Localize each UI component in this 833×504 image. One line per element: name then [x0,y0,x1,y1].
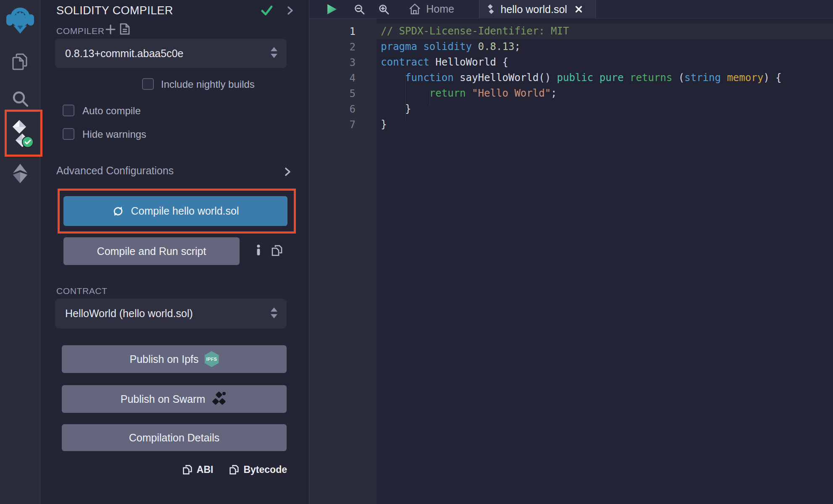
code-text: } [377,101,833,117]
compilation-details-label: Compilation Details [129,432,219,444]
compile-and-run-button[interactable]: Compile and Run script [63,237,240,265]
panel-title: SOLIDITY COMPILER [56,4,173,17]
compiler-config-file-icon[interactable] [119,23,130,37]
hide-warnings-checkbox[interactable] [63,128,74,140]
remix-logo-icon[interactable] [5,4,35,36]
copy-icon [182,464,192,475]
code-text: pragma solidity 0.8.13; [377,39,833,55]
run-script-play-icon[interactable] [325,3,338,17]
advanced-configurations-chevron-icon[interactable] [282,166,293,179]
compiler-section-label: COMPILER [56,26,105,36]
code-text: // SPDX-License-Identifier: MIT [377,24,833,39]
zoom-in-icon[interactable] [378,4,390,17]
contract-section-label: CONTRACT [56,286,107,296]
line-number: 7 [309,119,377,131]
deploy-run-icon[interactable] [11,163,30,184]
add-compiler-icon[interactable] [105,24,116,37]
compile-success-check-icon [261,4,273,18]
code-line-5[interactable]: 5 return "Hello World"; [309,86,833,101]
line-number: 4 [309,72,377,84]
tab-home[interactable]: Home [405,0,458,18]
advanced-configurations-label[interactable]: Advanced Configurations [56,165,174,177]
solidity-compiler-icon[interactable] [8,119,34,149]
code-text: return "Hello World"; [377,86,833,101]
solidity-compiler-panel: SOLIDITY COMPILER COMPILER [40,0,309,504]
select-arrows-icon [270,307,287,321]
copy-bytecode-button[interactable]: Bytecode [229,464,287,475]
contract-select[interactable]: HelloWorld (hello world.sol) [55,299,287,328]
search-icon[interactable] [11,89,30,108]
line-number: 1 [309,26,377,37]
line-number: 3 [309,57,377,68]
auto-compile-label: Auto compile [82,105,141,117]
abi-bytecode-row: ABI Bytecode [182,464,287,475]
solidity-file-icon [486,4,496,15]
line-number: 5 [309,88,377,100]
code-area[interactable]: 1// SPDX-License-Identifier: MIT2pragma … [309,18,833,504]
code-text: contract HelloWorld { [377,55,833,70]
home-icon [409,3,421,16]
close-tab-icon[interactable] [575,5,583,13]
abi-label: ABI [197,464,214,475]
editor-tab-bar: Home hello world.sol [309,0,833,18]
line-number: 2 [309,41,377,53]
publish-ipfs-button[interactable]: Publish on Ipfs IPFS [62,345,287,373]
compile-button[interactable]: Compile hello world.sol [63,196,287,226]
select-arrows-icon [270,46,287,60]
code-lines: 1// SPDX-License-Identifier: MIT2pragma … [309,18,833,132]
code-text: function sayHelloWorld() public pure ret… [377,70,833,86]
publish-swarm-button[interactable]: Publish on Swarm [62,385,287,413]
compile-button-label: Compile hello world.sol [131,205,239,217]
code-line-1[interactable]: 1// SPDX-License-Identifier: MIT [309,24,833,39]
panel-collapse-chevron-icon[interactable] [285,5,295,17]
active-tab-label: hello world.sol [501,3,567,16]
code-line-2[interactable]: 2pragma solidity 0.8.13; [309,39,833,55]
code-text: } [377,117,833,132]
contract-selected-value: HelloWorld (hello world.sol) [55,307,270,320]
compile-and-run-label: Compile and Run script [97,245,206,257]
zoom-out-icon[interactable] [354,4,365,17]
refresh-icon [112,205,124,218]
include-nightly-label: Include nightly builds [161,79,255,90]
info-icon[interactable] [254,244,263,258]
publish-swarm-label: Publish on Swarm [121,393,205,405]
compilation-details-button[interactable]: Compilation Details [62,424,287,451]
auto-compile-checkbox[interactable] [63,105,74,116]
home-tab-label: Home [426,3,454,15]
tab-hello-world-sol[interactable]: hello world.sol [479,0,596,18]
file-explorer-icon[interactable] [10,52,30,72]
code-line-6[interactable]: 6 } [309,101,833,117]
remix-ide-screen: SOLIDITY COMPILER COMPILER [0,0,833,504]
bytecode-label: Bytecode [243,464,287,475]
copy-abi-button[interactable]: ABI [182,464,214,475]
copy-icon [229,464,239,475]
compiler-version-value: 0.8.13+commit.abaa5c0e [55,47,270,60]
code-line-3[interactable]: 3contract HelloWorld { [309,55,833,70]
compiler-version-select[interactable]: 0.8.13+commit.abaa5c0e [55,39,287,68]
hide-warnings-label: Hide warnings [82,129,146,140]
ipfs-icon: IPFS [205,351,219,367]
swarm-icon [211,391,228,407]
editor-pane: Home hello world.sol 1// SPDX-License-Id… [309,0,833,504]
line-number: 6 [309,103,377,115]
code-line-7[interactable]: 7} [309,117,833,132]
code-line-4[interactable]: 4 function sayHelloWorld() public pure r… [309,70,833,86]
copy-script-icon[interactable] [271,244,283,258]
include-nightly-checkbox[interactable] [142,78,154,90]
publish-ipfs-label: Publish on Ipfs [130,353,199,365]
icon-bar [0,0,40,504]
